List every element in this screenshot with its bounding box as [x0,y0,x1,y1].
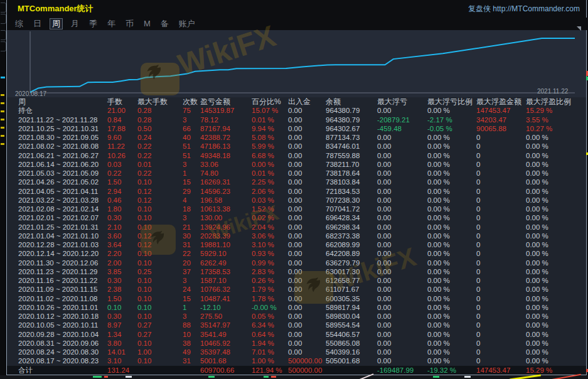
cell: 696428.34 [326,213,377,222]
table-row[interactable]: 2021.08.30 ~ 2021.09.059.600.244042388.7… [7,133,586,142]
cell: 最大浮盈金额 [476,97,526,106]
cell: 877134.73 [326,133,377,142]
table-row[interactable]: 2020.10.26 ~ 2020.11.010.100.101-12.10-0… [7,303,586,312]
cell: 0.00 % [526,205,586,213]
table-row[interactable]: 2020.12.14 ~ 2020.12.202.200.10225929.10… [7,249,586,258]
titlebar[interactable]: MTCommander统计 复盘侠 http://MTCommander.com [7,0,586,18]
cell: 145319.87 [200,106,252,115]
cell: 589554.54 [326,321,377,329]
tab-综[interactable]: 综 [13,19,25,29]
cell: 0 [476,259,526,267]
brand-link[interactable]: 复盘侠 http://MTCommander.com [468,4,586,14]
cell: 0.02 % [252,213,288,222]
cell: 0.93 % [252,249,288,258]
table-row[interactable]: 2021.06.14 ~ 2021.06.200.030.01333.060.0… [7,160,586,169]
table-row[interactable]: 2020.11.30 ~ 2020.12.062.000.10206262.49… [7,259,586,267]
tab-备[interactable]: 备 [159,19,171,29]
cell: 15.29 % [526,106,586,115]
cell: 0.00 [288,124,326,133]
cell: 10766.32 [200,285,252,294]
tab-周[interactable]: 周 [50,18,63,29]
tab-日[interactable]: 日 [31,19,43,29]
table-row[interactable]: 2020.12.28 ~ 2021.01.033.640.123119881.1… [7,240,586,249]
table-row[interactable]: 2020.11.02 ~ 2020.11.081.500.101510487.4… [7,294,586,303]
table-row[interactable]: 2020.08.17 ~ 2020.08.233.100.10315001.68… [7,356,586,365]
cell: 1.94 % [252,339,288,348]
cell: 0.00 [288,178,326,186]
cell: 0 [476,285,526,294]
background-mark [271,376,276,378]
cell: 0 [476,133,526,142]
cell: 0 [476,205,526,213]
cell: 1.50 [107,294,137,303]
cell: 0 [476,178,526,186]
cell: 2020.10.26 ~ 2020.11.01 [18,303,107,312]
cell: 0.00 % [427,213,476,222]
table-row[interactable]: 持仓21.000.2875145319.8715.07 %0.00964380.… [7,106,586,115]
cell: 0.00 % [526,223,586,232]
cell: 盈亏金额 [200,97,252,106]
cell: 707041.72 [326,205,377,213]
tab-季[interactable]: 季 [87,19,99,29]
table-row[interactable]: 2021.04.05 ~ 2021.04.112.940.122914596.2… [7,187,586,196]
cell: 721834.53 [326,187,377,196]
cell: 66 [183,124,200,133]
table-row[interactable]: 2021.08.02 ~ 2021.08.0811.220.225147186.… [7,142,586,151]
cell: 最大浮亏 [377,97,427,106]
table-row[interactable]: 2021.11.22 ~ 2021.11.280.840.28378.120.0… [7,115,586,124]
table-row[interactable]: 2020.11.16 ~ 2020.11.220.300.1031587.100… [7,276,586,285]
cell: 131.24 [107,366,137,375]
cell: 5001.68 [200,356,252,365]
cell: 33.06 [200,160,252,169]
cell: 49 [183,348,200,356]
tab-币[interactable]: 币 [124,19,136,29]
cell: 2020.11.09 ~ 2020.11.15 [18,285,107,294]
cell: 0.10 [137,259,183,267]
table-row[interactable]: 2020.08.24 ~ 2020.08.3014.011.004935397.… [7,348,586,356]
cell: 3.10 % [252,240,288,249]
tab-月[interactable]: 月 [69,19,81,29]
table-row[interactable]: 2021.02.01 ~ 2021.02.070.300.103130.000.… [7,213,586,222]
chart-start-date: 2020.08.17 [15,90,46,97]
table-row[interactable]: 2020.09.28 ~ 2020.10.041.340.27103541.49… [7,330,586,339]
cell: 0.10 [137,356,183,365]
table-row[interactable]: 2020.08.31 ~ 2020.09.063.800.103810465.9… [7,339,586,348]
cell: 0.03 [107,160,137,169]
cell: -0.00 % [252,303,288,312]
cell: 40 [183,133,200,142]
cell [326,366,377,375]
table-row[interactable]: 2021.01.04 ~ 2021.01.103.600.123020283.3… [7,232,586,240]
table-row[interactable]: 2020.11.23 ~ 2020.11.293.850.253717358.5… [7,267,586,276]
table-row[interactable]: 2020.10.05 ~ 2020.10.118.970.278835147.9… [7,321,586,329]
table-row[interactable]: 2021.02.08 ~ 2021.02.141.800.101810613.3… [7,205,586,213]
table-total-row[interactable]: 合计131.24609700.66121.94 %500000.00-16948… [7,366,586,375]
tab-账户[interactable]: 账户 [177,19,197,29]
table-row[interactable]: 2021.04.26 ~ 2021.05.021.500.101516269.3… [7,178,586,186]
cell: 834746.01 [326,142,377,151]
table-row[interactable]: 2020.10.12 ~ 2020.10.180.300.103275.500.… [7,312,586,321]
table-row[interactable]: 2021.05.03 ~ 2021.05.090.220.22174.800.0… [7,169,586,178]
resize-grip-icon[interactable] [577,26,581,31]
equity-chart[interactable]: WikiFX 2020.08.17 2021.11.22 [7,30,586,97]
tab-M[interactable]: M [142,19,152,29]
cell: 2.83 % [252,267,288,276]
table-row[interactable]: 2021.06.21 ~ 2021.06.2710.260.225149348.… [7,151,586,160]
background-mark [551,374,581,379]
background-window-edge [0,0,6,379]
cell: -20879.21 [377,115,427,124]
cell: 20283.39 [200,232,252,240]
table-row[interactable]: 2021.03.22 ~ 2021.03.280.460.124196.580.… [7,196,586,205]
cell: 2020.11.16 ~ 2020.11.22 [18,276,107,285]
cell: 0.10 [137,285,183,294]
table-row[interactable]: 2020.11.09 ~ 2020.11.152.380.102410766.3… [7,285,586,294]
table-row[interactable]: 2021.10.25 ~ 2021.10.3117.880.506687167.… [7,124,586,133]
cell: 0.00 % [427,142,476,151]
cell: 0.10 [137,303,183,312]
cell: 2021.01.25 ~ 2021.01.31 [18,223,107,232]
cell: 10613.38 [200,205,252,213]
cell: 0 [476,196,526,205]
cell: 0.00 % [427,267,476,276]
tab-年[interactable]: 年 [105,19,117,29]
cell: 500000.00 [288,356,326,365]
table-row[interactable]: 2021.01.25 ~ 2021.01.312.100.102113924.9… [7,223,586,232]
